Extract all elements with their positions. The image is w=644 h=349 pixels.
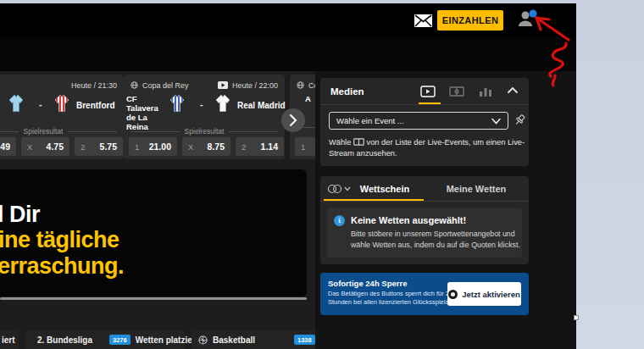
horizontal-scrollbar[interactable] — [0, 297, 307, 300]
resize-handle[interactable] — [574, 315, 579, 320]
tab-betslip[interactable]: Wettschein — [346, 184, 424, 194]
promo-line-1: l Dir — [0, 202, 40, 228]
media-panel-title: Medien — [330, 86, 364, 97]
betslip-panel: Wettschein Meine Wetten i Keine Wetten a… — [320, 176, 529, 264]
card-league: Co — [297, 81, 315, 90]
main-content: Heute / 21:30 - Brentford Spielresultat — [0, 71, 315, 349]
event-select-value: Wähle ein Event ... — [336, 116, 404, 125]
team2-name: Real Madrid — [237, 101, 285, 110]
trending-sport-label: Basketball — [213, 335, 255, 345]
hand-stop-icon — [448, 290, 458, 299]
team1-name: A — [305, 94, 315, 103]
odd-x[interactable]: X8.75 — [182, 137, 230, 156]
collapse-chevron-up-icon[interactable] — [507, 85, 522, 98]
card-time: Heute / 21:30 — [71, 81, 117, 90]
pin-icon[interactable] — [514, 114, 526, 130]
media-tab-stream-icon[interactable] — [420, 85, 436, 98]
event-select-dropdown[interactable]: Wähle ein Event ... — [329, 112, 508, 130]
odd-x[interactable]: X4.75 — [21, 137, 69, 156]
empty-betslip-infobox: i Keine Wetten ausgewählt! Bitte stöbere… — [327, 208, 522, 258]
odd-1[interactable]: 121.00 — [129, 137, 177, 156]
trending-card-basketball[interactable]: Basketball 1338 W — [192, 330, 315, 349]
bet-count-badge: 1338 — [294, 335, 315, 345]
deposit-button[interactable]: EINZAHLEN — [437, 10, 503, 30]
promo-line-3: erraschung. — [0, 253, 124, 280]
top-bar: EINZAHLEN — [0, 3, 576, 37]
carousel-next-button[interactable] — [281, 108, 305, 132]
media-tab-field-icon[interactable] — [449, 85, 464, 98]
media-hint-text: Wähle von der Liste der Live-Events, um … — [329, 137, 527, 159]
globe-icon — [297, 81, 304, 89]
active-tab-underline — [324, 199, 424, 201]
tab-my-bets[interactable]: Meine Wetten — [429, 184, 524, 194]
betting-app-window: EINZAHLEN n Suche Favoriten Heute / 21:3… — [0, 3, 576, 349]
active-tab-underline — [419, 102, 441, 104]
trending-card-bundesliga[interactable]: 2. Bundesliga 3276 Wetten platziert — [25, 330, 185, 349]
info-icon: i — [334, 215, 345, 226]
match-card-brentford[interactable]: Heute / 21:30 - Brentford Spielresultat — [0, 75, 124, 159]
nav-bar: n Suche Favoriten — [0, 37, 576, 71]
desktop: { "topbar": { "deposit_label": "EINZAHLE… — [0, 0, 644, 349]
jersey-icon-skyblue — [5, 93, 27, 117]
team1-name: CF Talavera de La Reina — [126, 94, 167, 131]
empty-betslip-text-2: wähle Wetten aus, indem du auf die Quote… — [351, 241, 520, 249]
market-label: Spielresultat — [130, 127, 278, 136]
promo-banner[interactable]: l Dir ine tägliche erraschung. — [0, 169, 307, 296]
team2-name: Brentford — [76, 101, 124, 110]
card-time: Heute / 22:00 — [218, 81, 278, 90]
media-tab-stats-icon[interactable] — [478, 85, 493, 98]
chevron-down-icon — [491, 118, 501, 125]
odd-2[interactable]: 25.75 — [75, 137, 123, 156]
right-sidebar: Medien Wähle ein Event ... — [315, 71, 576, 349]
odd-1[interactable]: 1 — [295, 137, 315, 156]
lock-banner-title: Sofortige 24h Sperre — [328, 279, 407, 288]
account-icon[interactable] — [516, 8, 540, 29]
vs-dash: - — [200, 99, 203, 109]
globe-icon — [130, 81, 138, 89]
activate-lock-button[interactable]: Jetzt aktivieren — [447, 282, 521, 306]
media-panel: Medien Wähle ein Event ... — [320, 78, 529, 166]
live-tv-icon — [218, 81, 228, 89]
empty-betslip-text-1: Bitte stöbere in unserem Sportwettenange… — [351, 230, 515, 238]
empty-betslip-title: Keine Wetten ausgewählt! — [351, 215, 466, 225]
trending-suffix: Wetten platziert — [136, 335, 198, 345]
mail-icon[interactable] — [414, 14, 432, 27]
bet-count-badge: 3276 — [109, 335, 130, 345]
chevron-right-icon — [289, 114, 297, 126]
basketball-icon — [198, 335, 208, 345]
vs-dash: - — [39, 99, 42, 109]
lock-banner-text-1: Das Betätigen des Buttons sperrt dich fü… — [328, 290, 452, 297]
jersey-icon-red-stripes — [51, 93, 73, 117]
promo-line-2: ine tägliche — [0, 227, 119, 253]
notification-dot — [530, 10, 537, 18]
jersey-icon-white — [212, 93, 234, 117]
jersey-icon-blue-stripes — [166, 93, 188, 117]
trending-sport-label: 2. Bundesliga — [37, 335, 92, 345]
card-league: Copa del Rey — [130, 81, 189, 90]
trending-card-cut[interactable]: iert — [0, 330, 19, 349]
field-icon — [353, 138, 364, 146]
lock-24h-banner: Sofortige 24h Sperre Das Betätigen des B… — [320, 273, 529, 315]
odd-2[interactable]: 21.14 — [236, 137, 284, 156]
match-card-real-madrid[interactable]: Copa del Rey Heute / 22:00 CF Talavera d… — [124, 75, 285, 159]
market-label: Spielresultat — [0, 127, 117, 136]
odd-1[interactable]: 49 — [0, 137, 16, 156]
